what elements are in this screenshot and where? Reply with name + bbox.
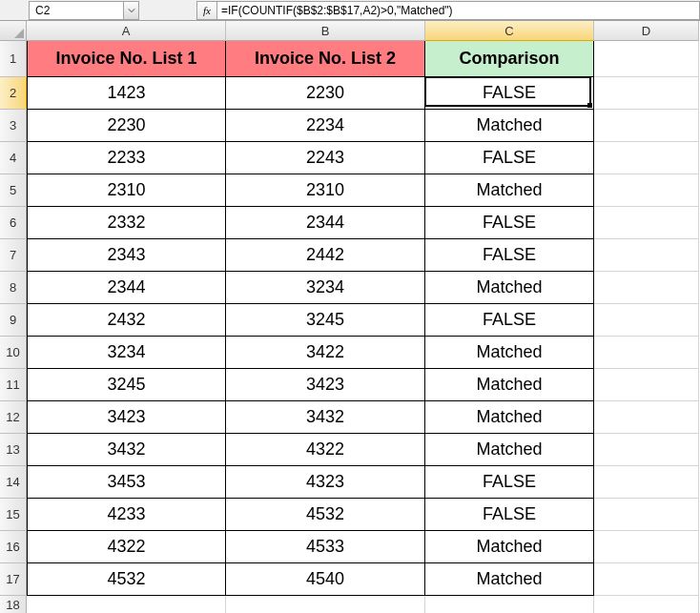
cell-A7[interactable]: 2343 <box>27 239 226 272</box>
row-header-7[interactable]: 7 <box>0 239 27 272</box>
cell-B11[interactable]: 3423 <box>226 369 425 401</box>
row-header-15[interactable]: 15 <box>0 499 27 531</box>
row-header-3[interactable]: 3 <box>0 110 27 142</box>
cell-D3[interactable] <box>594 110 699 142</box>
cell-D17[interactable] <box>594 563 699 596</box>
formula-input[interactable]: =IF(COUNTIF($B$2:$B$17,A2)>0,"Matched") <box>217 1 700 20</box>
select-all-corner[interactable] <box>0 21 27 41</box>
insert-function-button[interactable]: fx <box>196 1 217 20</box>
cell-B4[interactable]: 2243 <box>226 142 425 174</box>
column-header-C[interactable]: C <box>425 21 594 41</box>
cell-B3[interactable]: 2234 <box>226 110 425 142</box>
row-header-11[interactable]: 11 <box>0 369 27 401</box>
cell-C2[interactable]: FALSE <box>425 77 594 110</box>
cell-A3[interactable]: 2230 <box>27 110 226 142</box>
cell-C6[interactable]: FALSE <box>425 207 594 239</box>
cell-A17[interactable]: 4532 <box>27 563 226 596</box>
row-header-13[interactable]: 13 <box>0 434 27 466</box>
cell-D10[interactable] <box>594 337 699 369</box>
row-header-14[interactable]: 14 <box>0 466 27 499</box>
cell-A11[interactable]: 3245 <box>27 369 226 401</box>
cell-D1[interactable] <box>594 41 699 77</box>
row-header-8[interactable]: 8 <box>0 272 27 304</box>
cell-C16[interactable]: Matched <box>425 531 594 563</box>
row-header-10[interactable]: 10 <box>0 337 27 369</box>
row-header-1[interactable]: 1 <box>0 41 27 77</box>
cell-C5[interactable]: Matched <box>425 174 594 207</box>
cell-C4[interactable]: FALSE <box>425 142 594 174</box>
row-header-9[interactable]: 9 <box>0 304 27 337</box>
cell-B6[interactable]: 2344 <box>226 207 425 239</box>
cell-B13[interactable]: 4322 <box>226 434 425 466</box>
cell-D8[interactable] <box>594 272 699 304</box>
cell-B1[interactable]: Invoice No. List 2 <box>226 41 425 77</box>
cell-B9[interactable]: 3245 <box>226 304 425 337</box>
cell-D7[interactable] <box>594 239 699 272</box>
column-header-D[interactable]: D <box>594 21 699 41</box>
cell-D4[interactable] <box>594 142 699 174</box>
cell-A13[interactable]: 3432 <box>27 434 226 466</box>
cell-D5[interactable] <box>594 174 699 207</box>
cell-D13[interactable] <box>594 434 699 466</box>
cell-C9[interactable]: FALSE <box>425 304 594 337</box>
cell-D18[interactable] <box>594 596 699 613</box>
cell-C11[interactable]: Matched <box>425 369 594 401</box>
cell-B14[interactable]: 4323 <box>226 466 425 499</box>
cell-D2[interactable] <box>594 77 699 110</box>
cell-C1[interactable]: Comparison <box>425 41 594 77</box>
cell-A14[interactable]: 3453 <box>27 466 226 499</box>
cell-C12[interactable]: Matched <box>425 401 594 434</box>
cell-B12[interactable]: 3432 <box>226 401 425 434</box>
cell-B8[interactable]: 3234 <box>226 272 425 304</box>
cell-A4[interactable]: 2233 <box>27 142 226 174</box>
row-header-17[interactable]: 17 <box>0 563 27 596</box>
cell-A1[interactable]: Invoice No. List 1 <box>27 41 226 77</box>
cell-C10[interactable]: Matched <box>425 337 594 369</box>
cell-B7[interactable]: 2442 <box>226 239 425 272</box>
name-box-dropdown[interactable] <box>124 1 139 20</box>
cell-B18[interactable] <box>226 596 425 613</box>
cell-A12[interactable]: 3423 <box>27 401 226 434</box>
cell-C15[interactable]: FALSE <box>425 499 594 531</box>
cell-A10[interactable]: 3234 <box>27 337 226 369</box>
cell-A5[interactable]: 2310 <box>27 174 226 207</box>
cell-B5[interactable]: 2310 <box>226 174 425 207</box>
row-header-16[interactable]: 16 <box>0 531 27 563</box>
row-header-18[interactable]: 18 <box>0 596 27 613</box>
row-header-6[interactable]: 6 <box>0 207 27 239</box>
table-row: 34534323FALSE <box>27 466 700 499</box>
cell-B16[interactable]: 4533 <box>226 531 425 563</box>
cell-B2[interactable]: 2230 <box>226 77 425 110</box>
cell-D16[interactable] <box>594 531 699 563</box>
column-header-B[interactable]: B <box>226 21 425 41</box>
cell-D12[interactable] <box>594 401 699 434</box>
cell-D14[interactable] <box>594 466 699 499</box>
cell-C7[interactable]: FALSE <box>425 239 594 272</box>
column-header-A[interactable]: A <box>27 21 226 41</box>
cell-C14[interactable]: FALSE <box>425 466 594 499</box>
row-header-12[interactable]: 12 <box>0 401 27 434</box>
cell-D11[interactable] <box>594 369 699 401</box>
cell-D9[interactable] <box>594 304 699 337</box>
cell-B15[interactable]: 4532 <box>226 499 425 531</box>
cell-C13[interactable]: Matched <box>425 434 594 466</box>
cell-D6[interactable] <box>594 207 699 239</box>
name-box[interactable]: C2 <box>29 1 124 20</box>
cell-C18[interactable] <box>425 596 594 613</box>
row-header-5[interactable]: 5 <box>0 174 27 207</box>
cell-B17[interactable]: 4540 <box>226 563 425 596</box>
cell-C8[interactable]: Matched <box>425 272 594 304</box>
cell-C3[interactable]: Matched <box>425 110 594 142</box>
cell-A6[interactable]: 2332 <box>27 207 226 239</box>
cell-C17[interactable]: Matched <box>425 563 594 596</box>
cell-A8[interactable]: 2344 <box>27 272 226 304</box>
cell-A9[interactable]: 2432 <box>27 304 226 337</box>
cell-A16[interactable]: 4322 <box>27 531 226 563</box>
cell-A15[interactable]: 4233 <box>27 499 226 531</box>
cell-B10[interactable]: 3422 <box>226 337 425 369</box>
row-header-4[interactable]: 4 <box>0 142 27 174</box>
row-header-2[interactable]: 2 <box>0 77 27 110</box>
cell-A18[interactable] <box>27 596 226 613</box>
cell-D15[interactable] <box>594 499 699 531</box>
cell-A2[interactable]: 1423 <box>27 77 226 110</box>
